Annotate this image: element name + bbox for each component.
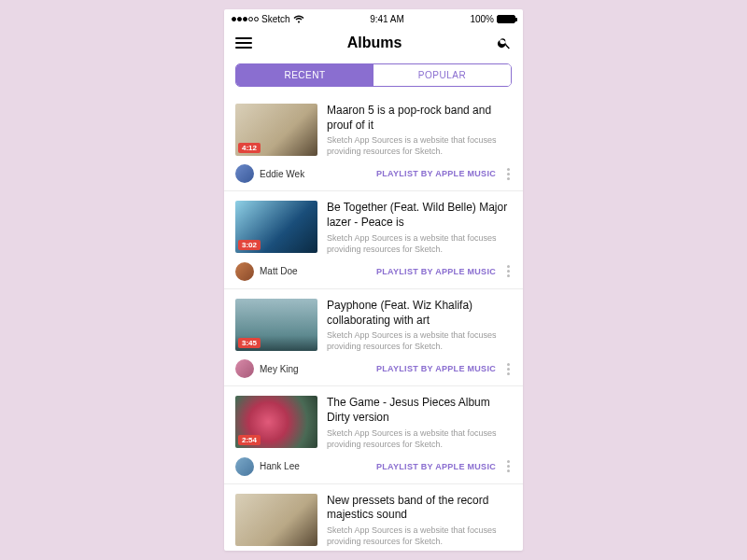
thumbnail[interactable]: 3:02 [235, 201, 317, 253]
battery-pct: 100% [470, 14, 494, 24]
status-right: 100% [470, 14, 515, 24]
item-title: Be Together (Feat. Wild Belle) Major laz… [327, 201, 512, 230]
avatar[interactable] [235, 359, 254, 378]
list-item[interactable]: 3:45 Payphone (Feat. Wiz Khalifa) collab… [224, 289, 523, 386]
list-item[interactable]: New pressets band of the record majestic… [224, 484, 523, 551]
menu-icon[interactable] [235, 37, 252, 49]
list-item[interactable]: 4:12 Maaron 5 is a pop-rock band and pro… [224, 94, 523, 191]
segmented-tabs: RECENT POPULAR [235, 63, 512, 87]
signal-dots-icon [232, 17, 259, 21]
carrier-label: Sketch [261, 14, 290, 24]
duration-badge: 3:45 [238, 338, 261, 348]
author-name: Mey King [260, 364, 299, 374]
duration-badge: 2:54 [238, 435, 261, 445]
playlist-link[interactable]: PLAYLIST BY APPLE MUSIC [376, 267, 496, 276]
item-title: New pressets band of the record majestic… [327, 494, 512, 523]
playlist-link[interactable]: PLAYLIST BY APPLE MUSIC [376, 169, 496, 178]
avatar[interactable] [235, 457, 254, 476]
list-item[interactable]: 3:02 Be Together (Feat. Wild Belle) Majo… [224, 191, 523, 288]
item-desc: Sketch App Sources is a website that foc… [327, 329, 512, 352]
item-desc: Sketch App Sources is a website that foc… [327, 525, 512, 547]
status-bar: Sketch 9:41 AM 100% [224, 9, 523, 26]
duration-badge: 3:02 [238, 240, 261, 250]
album-list[interactable]: 4:12 Maaron 5 is a pop-rock band and pro… [224, 94, 523, 551]
duration-badge: 4:12 [238, 143, 261, 153]
avatar[interactable] [235, 164, 254, 183]
thumbnail[interactable]: 4:12 [235, 104, 317, 156]
battery-icon [497, 15, 515, 23]
playlist-link[interactable]: PLAYLIST BY APPLE MUSIC [376, 364, 496, 373]
more-icon[interactable] [505, 460, 512, 472]
nav-bar: Albums [224, 26, 523, 60]
more-icon[interactable] [505, 265, 512, 277]
phone-frame: Sketch 9:41 AM 100% Albums RECENT POPULA… [224, 9, 523, 551]
item-desc: Sketch App Sources is a website that foc… [327, 232, 512, 255]
item-title: Payphone (Feat. Wiz Khalifa) collaborati… [327, 299, 512, 328]
thumbnail[interactable]: 2:54 [235, 396, 317, 448]
status-left: Sketch [232, 14, 304, 24]
author-name: Hank Lee [260, 461, 300, 471]
tab-popular[interactable]: POPULAR [374, 64, 511, 86]
status-time: 9:41 AM [370, 14, 404, 24]
search-icon[interactable] [497, 35, 512, 50]
list-item[interactable]: 2:54 The Game - Jesus Pieces Album Dirty… [224, 386, 523, 483]
item-desc: Sketch App Sources is a website that foc… [327, 134, 512, 157]
thumbnail[interactable]: 3:45 [235, 299, 317, 351]
item-title: Maaron 5 is a pop-rock band and prouf of… [327, 104, 512, 133]
more-icon[interactable] [505, 168, 512, 180]
author-name: Matt Doe [260, 266, 298, 276]
tab-recent[interactable]: RECENT [236, 64, 374, 86]
more-icon[interactable] [505, 363, 512, 375]
thumbnail[interactable] [235, 494, 317, 546]
wifi-icon [293, 15, 304, 23]
playlist-link[interactable]: PLAYLIST BY APPLE MUSIC [376, 462, 496, 471]
page-title: Albums [347, 35, 402, 51]
author-name: Eddie Wek [260, 169, 304, 179]
item-title: The Game - Jesus Pieces Album Dirty vers… [327, 396, 512, 425]
avatar[interactable] [235, 262, 254, 281]
item-desc: Sketch App Sources is a website that foc… [327, 427, 512, 450]
